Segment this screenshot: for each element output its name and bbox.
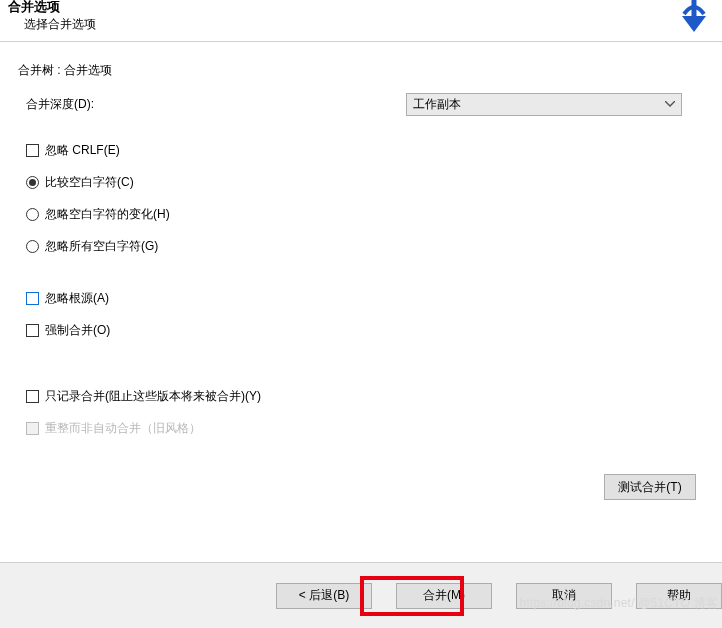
ignore-crlf-checkbox[interactable] bbox=[26, 144, 39, 157]
wizard-footer: < 后退(B) 合并(M) 取消 帮助 bbox=[0, 562, 722, 628]
ignore-all-whitespace-label: 忽略所有空白字符(G) bbox=[45, 238, 158, 255]
merge-button[interactable]: 合并(M) bbox=[396, 583, 492, 609]
test-merge-button[interactable]: 测试合并(T) bbox=[604, 474, 696, 500]
reintegrate-label: 重整而非自动合并（旧风格） bbox=[45, 420, 201, 437]
compare-whitespace-label: 比较空白字符(C) bbox=[45, 174, 134, 191]
group-title: 合并树 : 合并选项 bbox=[18, 62, 704, 79]
force-merge-checkbox[interactable] bbox=[26, 324, 39, 337]
ignore-whitespace-changes-label: 忽略空白字符的变化(H) bbox=[45, 206, 170, 223]
help-button[interactable]: 帮助 bbox=[636, 583, 722, 609]
ignore-all-whitespace-radio[interactable] bbox=[26, 240, 39, 253]
merge-depth-combo[interactable]: 工作副本 bbox=[406, 93, 682, 116]
compare-whitespace-radio[interactable] bbox=[26, 176, 39, 189]
reintegrate-checkbox bbox=[26, 422, 39, 435]
chevron-down-icon bbox=[665, 98, 675, 110]
merge-depth-label: 合并深度(D): bbox=[26, 96, 406, 113]
wizard-header: 合并选项 选择合并选项 bbox=[0, 0, 722, 42]
ignore-ancestry-label: 忽略根源(A) bbox=[45, 290, 109, 307]
wizard-subtitle: 选择合并选项 bbox=[8, 14, 714, 33]
ignore-whitespace-changes-radio[interactable] bbox=[26, 208, 39, 221]
ignore-ancestry-checkbox[interactable] bbox=[26, 292, 39, 305]
merge-depth-value: 工作副本 bbox=[413, 96, 461, 113]
record-only-checkbox[interactable] bbox=[26, 390, 39, 403]
branch-anchor-icon bbox=[676, 0, 712, 34]
wizard-title: 合并选项 bbox=[8, 0, 714, 14]
back-button[interactable]: < 后退(B) bbox=[276, 583, 372, 609]
record-only-label: 只记录合并(阻止这些版本将来被合并)(Y) bbox=[45, 388, 261, 405]
ignore-crlf-label: 忽略 CRLF(E) bbox=[45, 142, 120, 159]
content-area: 合并树 : 合并选项 合并深度(D): 工作副本 忽略 CRLF(E) 比较空白… bbox=[0, 42, 722, 500]
cancel-button[interactable]: 取消 bbox=[516, 583, 612, 609]
force-merge-label: 强制合并(O) bbox=[45, 322, 110, 339]
